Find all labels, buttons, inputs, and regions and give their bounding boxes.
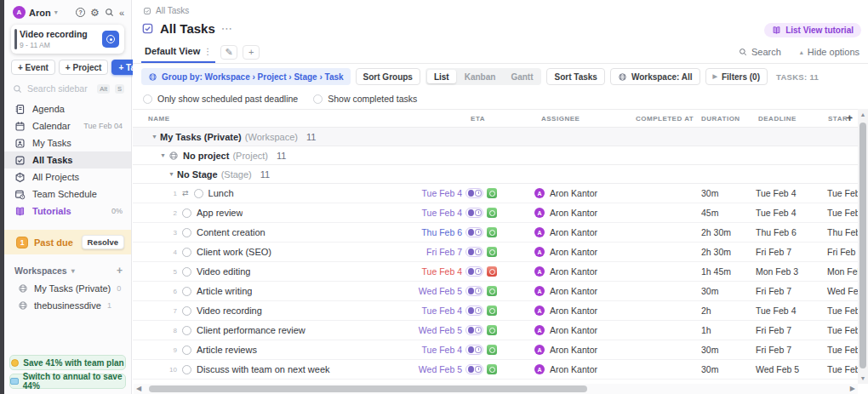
eta-date[interactable]: Wed Feb 5 [419, 286, 462, 296]
annual-plan-promo-button[interactable]: Switch to annual to save 44% [9, 374, 126, 389]
column-eta[interactable]: ETA [402, 115, 497, 123]
eta-date[interactable]: Wed Feb 5 [419, 364, 462, 374]
more-options-icon[interactable]: ⋯ [221, 22, 233, 35]
filters-button[interactable]: ▶ Filters (0) [705, 68, 768, 85]
workspace-item-thebusinessdive[interactable]: thebusinessdive 1 [4, 297, 131, 314]
task-status-circle[interactable] [182, 287, 191, 296]
collapse-icon[interactable]: ▼ [160, 152, 168, 158]
checkbox-icon[interactable] [143, 94, 152, 104]
assignee-avatar[interactable]: A [534, 325, 545, 335]
timeblock-status-icon[interactable] [487, 364, 497, 374]
add-project-button[interactable]: + Project [59, 60, 109, 75]
start-cell[interactable]: Wed Feb 5 [820, 286, 858, 296]
task-name[interactable]: Content creation [197, 227, 266, 237]
task-status-circle[interactable] [182, 267, 191, 277]
assignee-avatar[interactable]: A [534, 364, 545, 374]
start-cell[interactable]: Tue Feb 4 [820, 325, 858, 335]
eta-date[interactable]: Fri Feb 7 [426, 247, 462, 257]
workspace-filter-button[interactable]: Workspace: All [610, 68, 700, 85]
task-name[interactable]: Article writing [197, 286, 252, 296]
search-icon[interactable] [105, 8, 114, 17]
sidebar-item-agenda[interactable]: Agenda [4, 100, 131, 117]
assignee-avatar[interactable]: A [534, 188, 545, 198]
task-row[interactable]: 7 Video recording Tue Feb 4 A Aron Kanto… [133, 301, 858, 321]
deadline-cell[interactable]: Mon Feb 3 [749, 266, 820, 277]
task-row[interactable]: 6 Article writing Wed Feb 5 A Aron Kanto… [133, 282, 858, 301]
sidebar-item-team-schedule[interactable]: Team Schedule [4, 186, 131, 203]
start-cell[interactable]: Tue Feb 4 [820, 345, 858, 355]
sidebar-item-all-projects[interactable]: All Projects [4, 168, 131, 186]
task-status-circle[interactable] [182, 345, 191, 355]
gear-icon[interactable]: ⚙ [90, 8, 100, 18]
assignee-avatar[interactable]: A [534, 345, 545, 355]
scroll-right-icon[interactable]: ▶ [850, 385, 855, 392]
timeblock-status-icon[interactable] [487, 345, 497, 355]
add-view-button[interactable]: + [243, 45, 260, 60]
duration-cell[interactable]: 45m [700, 208, 749, 218]
schedule-pill-icon[interactable] [465, 305, 483, 316]
collapse-sidebar-icon[interactable]: « [119, 8, 124, 18]
group-row-workspace[interactable]: ▼ My Tasks (Private) (Workspace) 11 [133, 128, 858, 146]
schedule-pill-icon[interactable] [465, 266, 483, 277]
assignee-avatar[interactable]: A [534, 266, 545, 277]
timeblock-status-icon[interactable] [487, 305, 497, 316]
column-duration[interactable]: DURATION [700, 115, 749, 123]
task-status-circle[interactable] [182, 365, 191, 374]
eta-date[interactable]: Wed Feb 5 [419, 325, 462, 335]
sidebar-item-tutorials[interactable]: Tutorials 0% [4, 203, 131, 220]
duration-cell[interactable]: 1h 45m [700, 266, 749, 277]
assignee-avatar[interactable]: A [534, 247, 545, 257]
user-menu[interactable]: A Aron ▾ ? ⚙ « [4, 0, 131, 23]
start-cell[interactable]: Mon Feb 3 [820, 266, 858, 277]
schedule-pill-icon[interactable] [465, 227, 483, 237]
timeblock-status-icon[interactable] [487, 208, 497, 218]
scroll-down-icon[interactable]: ▼ [858, 375, 868, 381]
sidebar-item-my-tasks[interactable]: My Tasks [4, 134, 131, 151]
deadline-cell[interactable]: Fri Feb 7 [749, 345, 820, 355]
task-row[interactable]: 9 Article reviews Tue Feb 4 A Aron Kanto… [133, 340, 858, 360]
horizontal-scrollbar-thumb[interactable] [149, 385, 587, 392]
task-status-circle[interactable] [194, 189, 203, 198]
team-plan-promo-button[interactable]: Save 41% with team plan [9, 355, 126, 370]
schedule-pill-icon[interactable] [465, 208, 483, 218]
option-show-completed[interactable]: Show completed tasks [313, 94, 417, 104]
tab-menu-icon[interactable]: ⋮ [203, 47, 212, 56]
eta-date[interactable]: Tue Feb 4 [422, 188, 462, 198]
timeblock-status-icon[interactable] [487, 188, 497, 198]
timeblock-status-icon[interactable] [487, 247, 497, 257]
collapse-icon[interactable]: ▼ [151, 134, 160, 140]
sidebar-item-calendar[interactable]: Calendar Tue Feb 04 [4, 117, 131, 134]
task-row[interactable]: 3 Content creation Thu Feb 6 A Aron Kant… [133, 223, 858, 243]
scroll-left-icon[interactable]: ◀ [136, 385, 141, 392]
assignee-avatar[interactable]: A [534, 305, 545, 316]
timeblock-status-icon[interactable] [487, 227, 497, 237]
view-mode-gantt[interactable]: Gantt [504, 70, 540, 83]
column-completed-at[interactable]: COMPLETED AT [628, 115, 700, 123]
start-cell[interactable]: Tue Feb 4 [820, 305, 858, 316]
sort-tasks-button[interactable]: Sort Tasks [546, 68, 604, 85]
task-status-circle[interactable] [182, 208, 191, 218]
task-name[interactable]: Video recording [197, 305, 262, 316]
scroll-up-icon[interactable]: ▲ [858, 111, 868, 117]
schedule-pill-icon[interactable] [465, 247, 483, 257]
task-row[interactable]: 10 Discuss with team on next week Wed Fe… [133, 360, 858, 380]
sort-groups-button[interactable]: Sort Groups [356, 68, 420, 85]
eta-date[interactable]: Tue Feb 4 [422, 266, 462, 277]
schedule-pill-icon[interactable] [465, 345, 483, 355]
task-name[interactable]: Client performance review [197, 325, 306, 335]
sidebar-item-all-tasks[interactable]: All Tasks [4, 151, 131, 168]
task-name[interactable]: Lunch [208, 188, 234, 198]
sidebar-search[interactable]: Search sidebar Alt S [13, 83, 124, 94]
start-cell[interactable]: Fri Feb 7 [820, 247, 858, 257]
deadline-cell[interactable]: Fri Feb 7 [749, 325, 820, 335]
task-name[interactable]: App review [197, 208, 243, 218]
option-scheduled-past-deadline[interactable]: Only show scheduled past deadline [143, 94, 298, 104]
duration-cell[interactable]: 30m [700, 286, 749, 296]
workspace-item-private[interactable]: My Tasks (Private) 0 [4, 280, 131, 297]
deadline-cell[interactable]: Tue Feb 4 [749, 188, 820, 198]
breadcrumb[interactable]: All Tasks [143, 6, 189, 15]
deadline-cell[interactable]: Fri Feb 7 [749, 247, 820, 257]
deadline-cell[interactable]: Wed Feb 5 [749, 364, 820, 374]
column-assignee[interactable]: ASSIGNEE [497, 115, 628, 123]
eta-date[interactable]: Thu Feb 6 [421, 227, 462, 237]
